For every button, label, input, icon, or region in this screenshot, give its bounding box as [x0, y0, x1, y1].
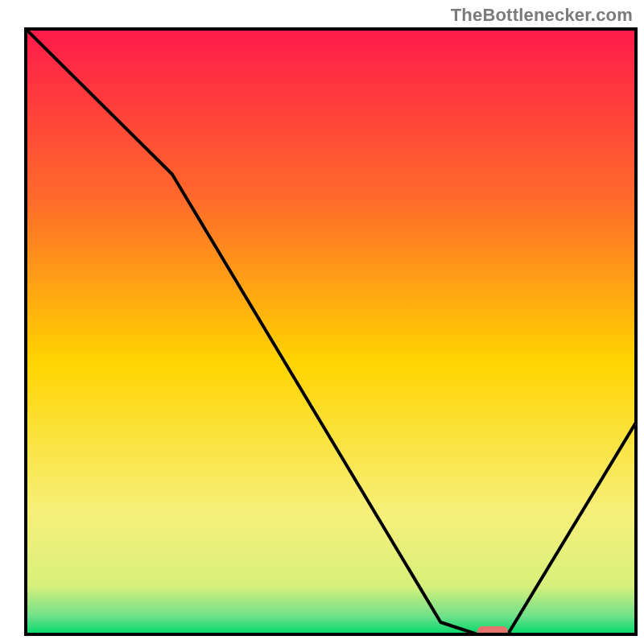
- plot-area: [26, 29, 636, 638]
- chart-container: TheBottlenecker.com: [0, 0, 644, 644]
- bottleneck-chart: [0, 0, 644, 644]
